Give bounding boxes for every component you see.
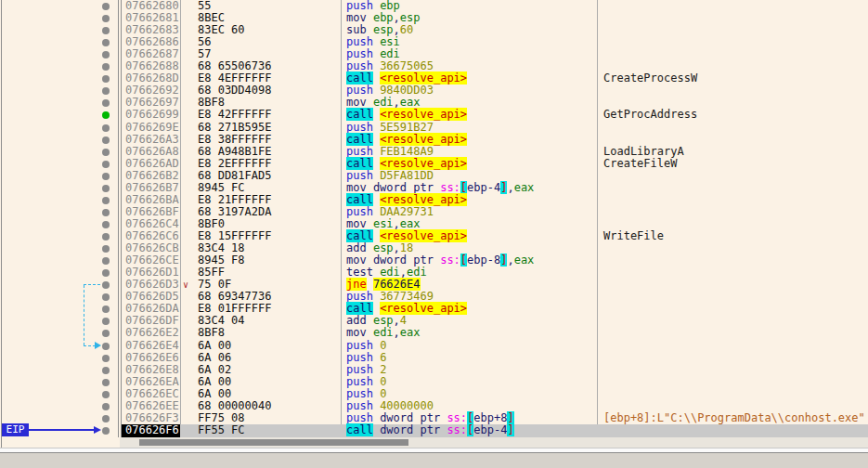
instruction-token: ebp-4 xyxy=(467,181,500,194)
instruction-token: , xyxy=(394,11,400,24)
instruction-token: dword ptr xyxy=(380,411,447,424)
instruction-token: , xyxy=(394,23,400,36)
instruction-token: <resolve_api> xyxy=(380,157,467,170)
instruction-token: 18 xyxy=(400,241,413,254)
breakpoint-dot[interactable] xyxy=(102,27,110,34)
breakpoint-dot[interactable] xyxy=(102,318,110,325)
instruction-token: mov dword ptr xyxy=(346,254,440,266)
breakpoint-dot[interactable] xyxy=(102,161,110,168)
instruction-text: mov edi,eax xyxy=(346,327,421,339)
instruction-token: eax xyxy=(400,326,421,339)
instruction-token: mov xyxy=(346,11,373,24)
instruction-token: 0 xyxy=(380,339,386,352)
instruction-token: , xyxy=(507,181,513,194)
breakpoint-dot[interactable] xyxy=(102,367,110,374)
disassembly-row[interactable]: 076626F6FF55 FCcall dword ptr ss:[ebp-4] xyxy=(0,424,868,436)
instruction-token: [ xyxy=(460,181,467,194)
breakpoint-dot[interactable] xyxy=(102,330,110,337)
breakpoint-dot[interactable] xyxy=(102,63,110,71)
instruction-token: call xyxy=(346,157,373,170)
breakpoint-dot[interactable] xyxy=(102,281,110,289)
instruction-token: 36773469 xyxy=(380,290,434,303)
instruction-token: eax xyxy=(400,217,421,230)
breakpoint-dot[interactable] xyxy=(102,245,110,253)
instruction-token: , xyxy=(400,266,407,279)
instruction-token: eax xyxy=(400,96,421,109)
status-bar: dword ptr ss:[ebp-4]=[029CF610 <&CreateF… xyxy=(0,452,868,468)
breakpoint-dot[interactable] xyxy=(102,75,110,83)
instruction-address: 07662699 xyxy=(125,109,179,121)
breakpoint-dot[interactable] xyxy=(102,39,110,46)
instruction-comment: [ebp+8]:L"C:\\ProgramData\\conhost.exe" xyxy=(603,412,865,424)
instruction-token: call xyxy=(346,193,373,206)
instruction-address: 076626E2 xyxy=(125,327,179,339)
instruction-token: esp xyxy=(373,23,394,36)
instruction-token: push xyxy=(346,59,380,72)
breakpoint-dot[interactable] xyxy=(102,233,110,240)
disassembly-row[interactable]: 076626E28BF8mov edi,eax xyxy=(0,327,868,339)
breakpoint-dot[interactable] xyxy=(102,15,110,22)
breakpoint-dot[interactable] xyxy=(102,3,110,10)
instruction-token: test xyxy=(346,266,380,279)
instruction-token: 5E591B27 xyxy=(380,121,434,134)
breakpoint-dot[interactable] xyxy=(102,197,110,204)
instruction-token: jne xyxy=(346,278,367,291)
instruction-token: edi xyxy=(407,266,427,279)
instruction-token: call xyxy=(346,108,373,121)
instruction-token: call xyxy=(346,133,373,146)
instruction-token: push xyxy=(346,399,380,412)
instruction-comment: CreateFileW xyxy=(603,158,677,170)
instruction-token: esi xyxy=(380,35,400,48)
breakpoint-dot[interactable] xyxy=(102,99,110,107)
instruction-comment: WriteFile xyxy=(603,230,664,242)
breakpoint-dot[interactable] xyxy=(102,87,110,95)
instruction-token: push xyxy=(346,205,380,218)
instruction-token: mov xyxy=(346,326,373,339)
instruction-token: , xyxy=(394,217,400,230)
breakpoint-dot[interactable] xyxy=(102,391,110,398)
breakpoint-dot[interactable] xyxy=(102,355,110,362)
breakpoint-dot[interactable] xyxy=(102,111,110,119)
breakpoint-dot[interactable] xyxy=(102,343,110,350)
jump-line-vertical xyxy=(84,285,84,345)
instruction-token: <resolve_api> xyxy=(380,193,467,206)
breakpoint-dot[interactable] xyxy=(102,209,110,216)
instruction-token: edi xyxy=(373,326,394,339)
breakpoint-dot[interactable] xyxy=(102,124,110,132)
instruction-token: <resolve_api> xyxy=(380,108,467,121)
instruction-token: push xyxy=(346,290,380,303)
instruction-token: , xyxy=(507,254,513,266)
instruction-address: 076626F6 xyxy=(125,424,179,436)
breakpoint-dot[interactable] xyxy=(102,257,110,265)
instruction-token: push xyxy=(346,339,380,352)
eip-arrow-line xyxy=(29,429,94,431)
breakpoint-dot[interactable] xyxy=(102,415,110,422)
disassembly-row[interactable]: 07662699E8 42FFFFFFcall <resolve_api>Get… xyxy=(0,109,868,121)
horizontal-scrollbar-track[interactable] xyxy=(120,437,868,448)
instruction-bytes: 8BF8 xyxy=(198,327,225,339)
breakpoint-dot[interactable] xyxy=(102,149,110,156)
breakpoint-dot[interactable] xyxy=(102,221,110,228)
instruction-token: call xyxy=(346,229,373,242)
instruction-token: dword ptr xyxy=(380,423,447,436)
instruction-token: esp xyxy=(400,11,421,24)
breakpoint-dot[interactable] xyxy=(102,185,110,192)
breakpoint-dot[interactable] xyxy=(102,136,110,144)
instruction-token: 9840DD03 xyxy=(380,84,434,97)
breakpoint-dot[interactable] xyxy=(102,403,110,410)
breakpoint-dot[interactable] xyxy=(102,269,110,277)
breakpoint-dot[interactable] xyxy=(102,306,110,313)
instruction-token: ss: xyxy=(440,181,460,194)
breakpoint-dot[interactable] xyxy=(102,427,110,435)
debugger-disassembly-view: { "view": { "title": "disassembly" }, "t… xyxy=(0,0,868,468)
instruction-token: ebp xyxy=(373,11,394,24)
breakpoint-dot[interactable] xyxy=(102,379,110,386)
breakpoint-dot[interactable] xyxy=(102,51,110,58)
breakpoint-dot[interactable] xyxy=(102,293,110,301)
instruction-token: , xyxy=(394,314,400,327)
breakpoint-dot[interactable] xyxy=(102,173,110,180)
instruction-token: call xyxy=(346,302,373,315)
horizontal-scrollbar-thumb[interactable] xyxy=(139,439,408,446)
jump-line-top xyxy=(84,284,100,285)
instruction-token: ss: xyxy=(447,423,467,436)
